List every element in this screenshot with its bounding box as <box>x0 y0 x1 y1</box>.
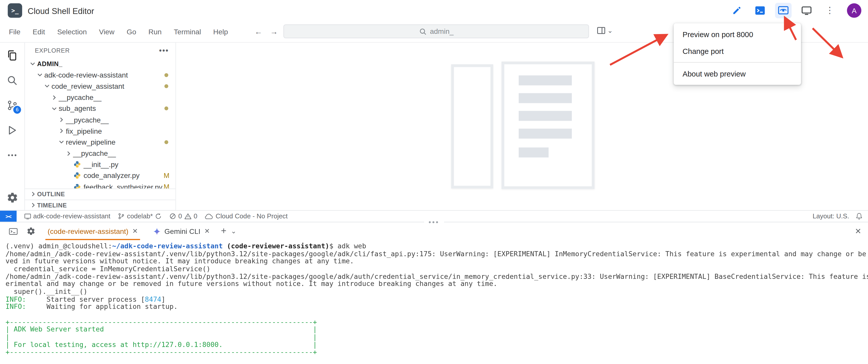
cloud-code-label: Cloud Code - No Project <box>216 212 288 220</box>
keyboard-layout[interactable]: Layout: U.S. <box>813 212 849 220</box>
tree-item-review-pipeline[interactable]: review_pipeline <box>25 137 175 148</box>
web-preview-icon[interactable] <box>775 3 792 18</box>
notifications-icon[interactable] <box>856 212 862 220</box>
indent-spacer <box>64 183 73 188</box>
chevron-down-icon <box>28 60 37 68</box>
close-tab-icon[interactable]: ✕ <box>204 227 210 235</box>
tree-label: __pycache__ <box>59 93 101 102</box>
account-avatar[interactable]: A <box>847 3 861 18</box>
tab-gemini-cli[interactable]: Gemini CLI ✕ <box>148 222 215 240</box>
back-icon[interactable]: ← <box>254 27 262 36</box>
chevron-right-icon <box>64 149 73 157</box>
gemini-icon <box>153 227 160 234</box>
tree-item-feedback-synthesizer-py[interactable]: feedback_synthesizer.pyM <box>25 181 175 188</box>
search-input[interactable]: admin_ <box>283 24 589 38</box>
cloud-shell-editor-window: >_ Cloud Shell Editor ⋮ A FileEditSelect… <box>0 0 868 364</box>
app-title: Cloud Shell Editor <box>28 6 94 15</box>
tree-label: sub_agents <box>59 105 96 113</box>
python-file-icon <box>73 161 82 168</box>
web-preview-menu: Preview on port 8000Change portAbout web… <box>674 23 801 85</box>
outline-section[interactable]: OUTLINE <box>25 189 175 199</box>
run-debug-icon[interactable] <box>5 123 20 138</box>
tree-label: review_pipeline <box>66 138 116 146</box>
tree-item-pycache[interactable]: __pycache__ <box>25 148 175 159</box>
terminal-line: (.venv) admin_@cloudshell:~/adk-code-rev… <box>6 243 868 250</box>
terminal-line: /home/admin_/adk-code-review-assistant/.… <box>6 273 868 281</box>
problems-indicator[interactable]: 0 0 <box>169 212 197 220</box>
search-sidebar-icon[interactable] <box>5 73 20 88</box>
panel-resize-handle[interactable]: ••• <box>424 220 444 225</box>
open-terminal-icon[interactable] <box>752 3 768 18</box>
terminal-line: INFO: Started server process [8474] <box>6 296 868 304</box>
menu-view[interactable]: View <box>97 26 117 37</box>
tree-item-pycache[interactable]: __pycache__ <box>25 92 175 103</box>
tree-item-pycache[interactable]: __pycache__ <box>25 114 175 125</box>
terminal-line: | | <box>6 334 868 341</box>
workspace-name[interactable]: adk-code-review-assistant <box>24 212 111 220</box>
modified-dot-badge <box>164 73 168 77</box>
tree-item-code-analyzer-py[interactable]: code_analyzer.pyM <box>25 170 175 181</box>
menu-selection[interactable]: Selection <box>55 26 89 37</box>
tree-item-admin[interactable]: ADMIN_ <box>25 58 175 69</box>
tree-label: code_analyzer.py <box>84 172 140 180</box>
source-control-icon[interactable]: 6 <box>5 98 20 113</box>
scm-changes-badge: 6 <box>12 105 22 115</box>
menu-file[interactable]: File <box>7 26 23 37</box>
remote-indicator[interactable]: >< <box>0 211 17 222</box>
tab-code-reviewer-assistant[interactable]: (code-reviewer-assistant) ✕ <box>42 222 144 240</box>
branch-label: codelab* <box>127 212 153 220</box>
terminal-line: /home/admin_/adk-code-review-assistant/.… <box>6 250 868 258</box>
cloud-shell-logo-icon: >_ <box>8 3 22 18</box>
terminal-line: | ADK Web Server started | <box>6 326 868 334</box>
timeline-section[interactable]: TIMELINE <box>25 199 175 210</box>
new-terminal-icon[interactable]: + <box>221 226 226 237</box>
forward-icon[interactable]: → <box>270 27 278 36</box>
tree-item-adk-code-review-assistant[interactable]: adk-code-review-assistant <box>25 69 175 81</box>
menu-go[interactable]: Go <box>124 26 138 37</box>
explorer-icon[interactable] <box>5 48 20 63</box>
terminal-dropdown-icon[interactable]: ⌄ <box>231 227 237 235</box>
terminal-settings-gear-icon[interactable] <box>24 224 37 238</box>
close-tab-icon[interactable]: ✕ <box>132 227 138 235</box>
search-icon <box>419 27 427 35</box>
terminal-panel: ••• (code-reviewer-assistant) ✕ Gemini C… <box>0 222 868 364</box>
more-options-icon[interactable]: ⋮ <box>822 3 838 18</box>
settings-gear-icon[interactable] <box>5 190 20 205</box>
chevron-down-icon <box>57 138 66 146</box>
git-branch[interactable]: codelab* <box>118 212 162 220</box>
terminal-line <box>6 311 868 318</box>
more-views-icon[interactable] <box>5 148 20 162</box>
tree-label: adk-code-review-assistant <box>44 71 128 79</box>
tree-item-fix-pipeline[interactable]: fix_pipeline <box>25 125 175 137</box>
explorer-actions-icon[interactable]: ••• <box>159 46 169 55</box>
workspace-icon <box>24 213 31 219</box>
menu-item-preview-on-port-8000[interactable]: Preview on port 8000 <box>674 26 801 43</box>
terminal-line: | For local testing, access at http://12… <box>6 341 868 349</box>
status-bar-right: Layout: U.S. <box>813 212 862 220</box>
terminal-line: +---------------------------------------… <box>6 318 868 326</box>
menu-help[interactable]: Help <box>211 26 230 37</box>
cloud-code-status[interactable]: Cloud Code - No Project <box>205 212 287 220</box>
edit-pencil-icon[interactable] <box>728 3 745 18</box>
tree-item-init-py[interactable]: __init__.py <box>25 159 175 170</box>
editor-layout-icon[interactable]: ⌄ <box>597 26 613 35</box>
chevron-right-icon <box>29 190 37 198</box>
menu-item-about-web-preview[interactable]: About web preview <box>674 65 801 82</box>
header-actions: ⋮ A <box>728 3 861 18</box>
close-panel-icon[interactable]: ✕ <box>855 227 861 235</box>
terminal-output[interactable]: (.venv) admin_@cloudshell:~/adk-code-rev… <box>0 240 868 364</box>
remote-glyph: >< <box>6 213 11 219</box>
chevron-right-icon <box>57 127 66 135</box>
menu-item-change-port[interactable]: Change port <box>674 43 801 59</box>
terminal-line: credential_service = InMemoryCredentialS… <box>6 265 868 273</box>
menu-run[interactable]: Run <box>146 26 164 37</box>
terminal-panel-icon[interactable] <box>7 224 20 238</box>
menu-edit[interactable]: Edit <box>30 26 47 37</box>
chevron-right-icon <box>29 201 37 209</box>
tree-item-sub-agents[interactable]: sub_agents <box>25 103 175 114</box>
menu-terminal[interactable]: Terminal <box>172 26 203 37</box>
toggle-window-icon[interactable] <box>798 3 815 18</box>
chevron-down-icon <box>50 105 59 113</box>
tab-label: (code-reviewer-assistant) <box>48 227 128 235</box>
tree-item-code-review-assistant[interactable]: code_review_assistant <box>25 81 175 92</box>
